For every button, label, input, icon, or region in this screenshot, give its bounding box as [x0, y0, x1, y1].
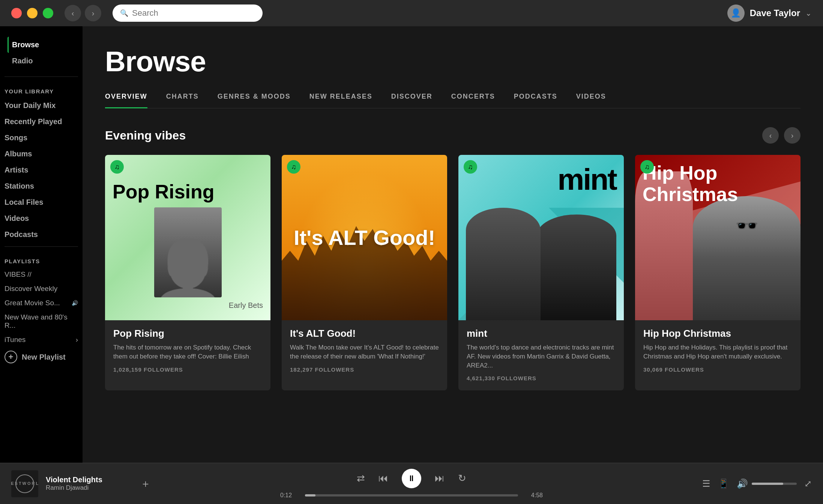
section-next-button[interactable]: ›	[784, 127, 800, 144]
repeat-icon: ↻	[458, 472, 466, 484]
repeat-button[interactable]: ↻	[458, 472, 466, 484]
sidebar: Browse Radio YOUR LIBRARY Your Daily Mix…	[0, 26, 83, 463]
section-nav: ‹ ›	[762, 127, 800, 144]
sidebar-item-recently-played[interactable]: Recently Played	[0, 114, 83, 130]
sidebar-item-songs[interactable]: Songs	[0, 130, 83, 146]
back-button[interactable]: ‹	[65, 5, 81, 21]
volume-button[interactable]: 🔊	[737, 478, 748, 489]
sidebar-item-videos[interactable]: Videos	[0, 210, 83, 226]
sidebar-label-browse: Browse	[12, 40, 39, 49]
player-right-controls: ☰ 📱 🔊 ⤢	[669, 478, 812, 489]
sidebar-divider-1	[5, 76, 78, 77]
hiphop-art: ♫ Hip Hop Christmas 🕶️	[635, 155, 800, 320]
content-area: Browse OVERVIEW CHARTS GENRES & MOODS NE…	[83, 26, 823, 463]
sidebar-item-discover-weekly[interactable]: Discover Weekly	[0, 282, 83, 296]
tab-videos[interactable]: VIDEOS	[576, 93, 606, 108]
volume-control: 🔊	[737, 478, 797, 489]
cards-grid: ♫ Pop Rising 👤 Early Bets Pop Rising The…	[105, 155, 800, 390]
player-progress: 0:12 4:58	[280, 492, 543, 499]
sidebar-item-browse[interactable]: Browse	[8, 37, 75, 53]
sidebar-item-great-movie[interactable]: Great Movie So... 🔊	[0, 296, 83, 310]
sidebar-item-new-wave[interactable]: New Wave and 80's R...	[0, 310, 83, 333]
sidebar-item-itunes[interactable]: iTunes ›	[0, 333, 83, 347]
volume-fill	[752, 483, 783, 485]
sidebar-item-daily-mix[interactable]: Your Daily Mix	[0, 98, 83, 114]
early-bets-label: Early Bets	[113, 298, 263, 313]
person-figure: 👤	[154, 241, 222, 297]
sidebar-item-artists[interactable]: Artists	[0, 162, 83, 178]
forward-button[interactable]: ›	[85, 5, 101, 21]
tab-new-releases[interactable]: NEW RELEASES	[309, 93, 372, 108]
tab-concerts[interactable]: CONCERTS	[451, 93, 495, 108]
chevron-right-icon: ›	[76, 336, 78, 344]
user-section[interactable]: 👤 Dave Taylor ⌄	[727, 4, 812, 22]
sidebar-item-vibes[interactable]: VIBES //	[0, 267, 83, 282]
progress-track[interactable]	[305, 494, 518, 496]
card-alt-good[interactable]: ♫ It's ALT Good! It's ALT Good! Walk The…	[282, 155, 447, 390]
spotify-icon: ♫	[468, 163, 473, 171]
prev-track-button[interactable]: ⏮	[378, 472, 388, 484]
section-prev-button[interactable]: ‹	[762, 127, 779, 144]
card-followers-hiphop: 30,069 FOLLOWERS	[643, 366, 792, 373]
card-hiphop-christmas[interactable]: ♫ Hip Hop Christmas 🕶️ Hip Hop Christmas…	[635, 155, 800, 390]
sidebar-item-local-files[interactable]: Local Files	[0, 194, 83, 210]
card-image-pop-rising: ♫ Pop Rising 👤 Early Bets	[105, 155, 270, 320]
player-bar: WESTWORLD Violent Delights Ramin Djawadi…	[0, 463, 823, 504]
sidebar-item-radio[interactable]: Radio	[8, 53, 75, 69]
play-pause-button[interactable]: ⏸	[402, 469, 421, 488]
card-title-mint: mint	[467, 328, 616, 339]
alt-good-art: ♫ It's ALT Good!	[282, 155, 447, 320]
user-name: Dave Taylor	[750, 8, 800, 18]
section-title: Evening vibes	[105, 129, 186, 142]
queue-button[interactable]: ☰	[702, 478, 710, 489]
fullscreen-button[interactable]: ⤢	[804, 478, 812, 489]
mint-art: ♫ mint	[458, 155, 624, 320]
minimize-button[interactable]	[27, 8, 38, 18]
queue-icon: ☰	[702, 478, 710, 489]
library-section-label: YOUR LIBRARY	[0, 81, 83, 98]
card-title-alt-good: It's ALT Good!	[290, 328, 439, 339]
card-desc-pop-rising: The hits of tomorrow are on Spotify toda…	[113, 343, 262, 361]
current-time: 0:12	[280, 492, 299, 499]
player-track-name: Violent Delights	[46, 476, 130, 484]
sidebar-nav: Browse Radio	[0, 26, 83, 73]
section-header: Evening vibes ‹ ›	[105, 127, 800, 144]
tab-podcasts[interactable]: PODCASTS	[514, 93, 557, 108]
mint-person-right	[537, 214, 616, 320]
player-buttons: ⇄ ⏮ ⏸ ⏭ ↻	[357, 469, 466, 488]
sidebar-item-stations[interactable]: Stations	[0, 178, 83, 194]
spotify-badge-alt: ♫	[287, 160, 300, 174]
close-button[interactable]	[11, 8, 22, 18]
player-controls: ⇄ ⏮ ⏸ ⏭ ↻ 0:12 4:58	[165, 469, 658, 499]
sidebar-item-podcasts[interactable]: Podcasts	[0, 226, 83, 243]
card-image-hiphop: ♫ Hip Hop Christmas 🕶️	[635, 155, 800, 320]
devices-button[interactable]: 📱	[718, 478, 729, 489]
shuffle-button[interactable]: ⇄	[357, 472, 365, 484]
maximize-button[interactable]	[43, 8, 53, 18]
card-desc-alt-good: Walk The Moon take over It's ALT Good! t…	[290, 343, 439, 361]
add-to-library-button[interactable]: ＋	[137, 475, 154, 492]
mint-person-left	[466, 208, 540, 320]
sidebar-divider-2	[5, 246, 78, 247]
next-track-button[interactable]: ⏭	[435, 472, 445, 484]
player-track: WESTWORLD Violent Delights Ramin Djawadi…	[11, 470, 154, 497]
volume-track[interactable]	[752, 483, 797, 485]
pop-rising-art-title: Pop Rising	[113, 162, 263, 202]
tab-discover[interactable]: DISCOVER	[391, 93, 433, 108]
tab-overview[interactable]: OVERVIEW	[105, 93, 147, 108]
card-followers-pop-rising: 1,028,159 FOLLOWERS	[113, 366, 262, 373]
plus-icon: ＋	[140, 478, 151, 489]
search-bar[interactable]: 🔍	[113, 4, 263, 22]
card-mint[interactable]: ♫ mint mint The world's top dance and el…	[458, 155, 624, 390]
sidebar-item-albums[interactable]: Albums	[0, 146, 83, 162]
spotify-icon: ♫	[291, 163, 296, 171]
westworld-text: WESTWORLD	[11, 481, 38, 486]
card-desc-hiphop: Hip Hop and the Holidays. This playlist …	[643, 343, 792, 361]
search-input[interactable]	[132, 8, 255, 18]
card-pop-rising[interactable]: ♫ Pop Rising 👤 Early Bets Pop Rising The…	[105, 155, 270, 390]
new-playlist-button[interactable]: + New Playlist	[0, 347, 83, 367]
tab-charts[interactable]: CHARTS	[166, 93, 199, 108]
tab-genres[interactable]: GENRES & MOODS	[218, 93, 291, 108]
sunglasses-icon: 🕶️	[735, 215, 758, 237]
card-followers-alt-good: 182,297 FOLLOWERS	[290, 366, 439, 373]
